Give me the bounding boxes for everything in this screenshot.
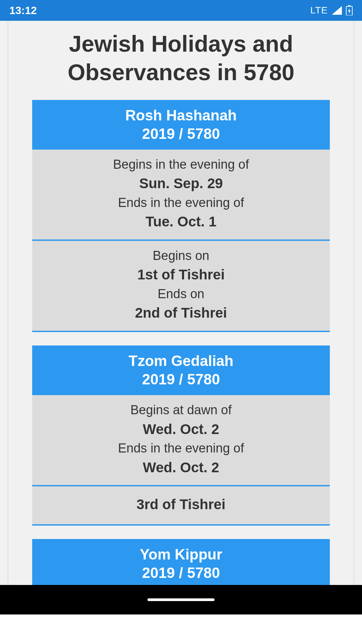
hebrew-date: 3rd of Tishrei [36, 492, 326, 517]
begins-label: Begins in the evening of [36, 156, 326, 173]
ends-label: Ends on [36, 285, 326, 303]
holiday-list: Rosh Hashanah 2019 / 5780 Begins in the … [8, 100, 354, 614]
hebrew-section: 3rd of Tishrei [32, 486, 330, 526]
begins-value: Wed. Oct. 2 [36, 419, 326, 440]
begins-label: Begins at dawn of [36, 401, 326, 419]
signal-icon [332, 6, 342, 15]
holiday-header[interactable]: Yom Kippur 2019 / 5780 [32, 539, 330, 589]
android-nav-bar [0, 585, 362, 614]
status-right: LTE [310, 5, 353, 16]
holiday-name: Yom Kippur [36, 545, 326, 564]
holiday-body: Begins in the evening of Sun. Sep. 29 En… [32, 150, 330, 332]
holiday-header[interactable]: Rosh Hashanah 2019 / 5780 [32, 100, 330, 150]
begins-value: 1st of Tishrei [36, 265, 326, 285]
status-bar: 13:12 LTE [0, 0, 362, 21]
ends-value: Tue. Oct. 1 [36, 212, 326, 232]
holiday-name: Rosh Hashanah [36, 106, 326, 124]
holiday-header[interactable]: Tzom Gedaliah 2019 / 5780 [32, 345, 330, 395]
hebrew-section: Begins on 1st of Tishrei Ends on 2nd of … [32, 241, 330, 332]
page-title: Jewish Holidays and Observances in 5780 [8, 21, 354, 100]
ends-value: Wed. Oct. 2 [36, 458, 326, 478]
ends-value: 2nd of Tishrei [36, 303, 326, 323]
ends-label: Ends in the evening of [36, 439, 326, 457]
begins-label: Begins on [36, 247, 326, 265]
ends-label: Ends in the evening of [36, 194, 326, 212]
holiday-body: Begins at dawn of Wed. Oct. 2 Ends in th… [32, 395, 330, 526]
battery-icon [346, 5, 353, 15]
status-time: 13:12 [9, 4, 37, 17]
gregorian-section: Begins at dawn of Wed. Oct. 2 Ends in th… [32, 395, 330, 486]
gregorian-section: Begins in the evening of Sun. Sep. 29 En… [32, 150, 330, 241]
page-content[interactable]: Jewish Holidays and Observances in 5780 … [8, 21, 354, 614]
home-handle[interactable] [147, 598, 215, 601]
holiday-year: 2019 / 5780 [36, 370, 326, 388]
network-label: LTE [310, 5, 328, 16]
holiday-card: Rosh Hashanah 2019 / 5780 Begins in the … [32, 100, 330, 332]
holiday-year: 2019 / 5780 [36, 124, 326, 143]
holiday-card: Tzom Gedaliah 2019 / 5780 Begins at dawn… [32, 345, 330, 526]
begins-value: Sun. Sep. 29 [36, 173, 326, 194]
holiday-name: Tzom Gedaliah [36, 352, 326, 370]
page: Jewish Holidays and Observances in 5780 … [0, 21, 362, 614]
holiday-year: 2019 / 5780 [36, 564, 326, 582]
